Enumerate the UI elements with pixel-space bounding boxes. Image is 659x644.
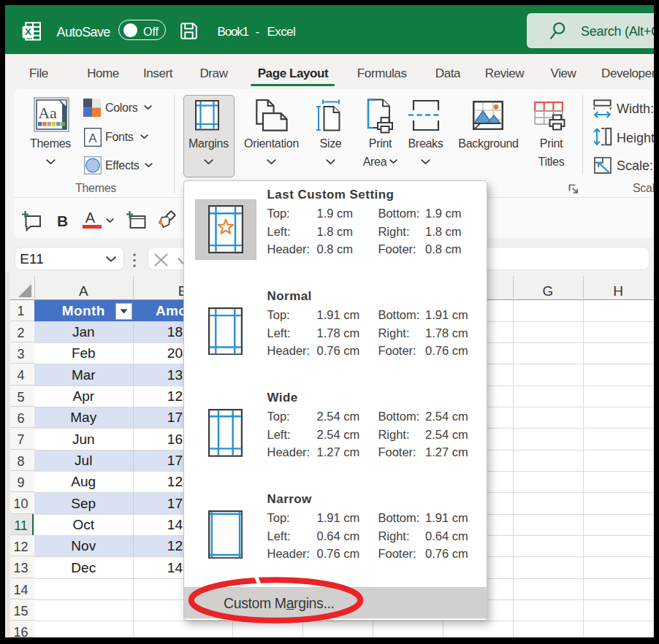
svg-text:Aa: Aa — [38, 104, 57, 122]
svg-text:A: A — [88, 131, 97, 145]
svg-text:X: X — [25, 26, 31, 37]
